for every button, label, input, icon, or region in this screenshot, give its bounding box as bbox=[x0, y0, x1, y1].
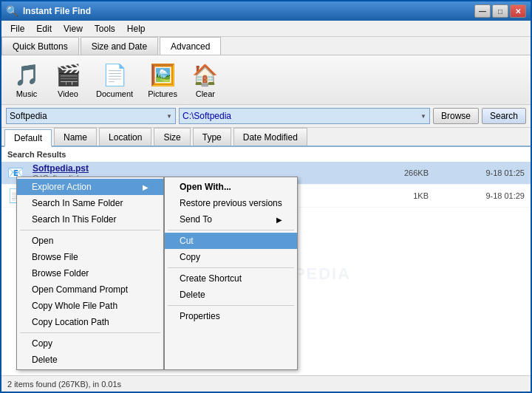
ctx-browse-file-label: Browse File bbox=[32, 252, 78, 262]
tab-quick-buttons[interactable]: Quick Buttons bbox=[1, 37, 79, 55]
status-bar: 2 items found (267KB), in 0.01s bbox=[1, 375, 531, 392]
menu-edit[interactable]: Edit bbox=[30, 21, 58, 37]
tab-type[interactable]: Type bbox=[193, 128, 231, 146]
pictures-icon: 🖼️ bbox=[149, 61, 176, 88]
window-title: Instant File Find bbox=[23, 6, 91, 16]
app-icon: 🔍 bbox=[6, 5, 18, 17]
toolbar-tabs: Quick Buttons Size and Date Advanced bbox=[1, 37, 531, 55]
browse-button[interactable]: Browse bbox=[433, 108, 479, 124]
search-combo-arrow: ▼ bbox=[166, 113, 172, 120]
clear-button[interactable]: 🏠 Clear bbox=[186, 58, 225, 101]
tab-default[interactable]: Default bbox=[4, 129, 52, 147]
pictures-button[interactable]: 🖼️ Pictures bbox=[142, 58, 183, 101]
ctx-copy-path[interactable]: Copy Whole File Path bbox=[17, 298, 163, 314]
video-icon: 🎬 bbox=[55, 61, 81, 88]
tab-date-modified[interactable]: Date Modified bbox=[233, 128, 307, 146]
ctx-sub-restore-label: Restore previous versions bbox=[180, 198, 282, 208]
ctx-sep-1 bbox=[20, 230, 160, 230]
document-button[interactable]: 📄 Document bbox=[90, 58, 139, 101]
ctx-open-cmd[interactable]: Open Command Prompt bbox=[17, 281, 163, 298]
minimize-button[interactable]: — bbox=[474, 4, 491, 18]
close-button[interactable]: ✕ bbox=[510, 4, 526, 18]
ctx-copy-label: Copy bbox=[32, 338, 52, 349]
ctx-sub-sep-3 bbox=[168, 305, 294, 306]
ctx-sub-shortcut[interactable]: Create Shortcut bbox=[165, 270, 297, 287]
ctx-sub-restore[interactable]: Restore previous versions bbox=[165, 195, 297, 211]
video-button[interactable]: 🎬 Video bbox=[49, 58, 87, 101]
ctx-search-same[interactable]: Search In Same Folder bbox=[17, 195, 163, 211]
ctx-explorer-action-label: Explorer Action bbox=[32, 182, 92, 192]
ctx-search-same-label: Search In Same Folder bbox=[32, 198, 123, 208]
ctx-delete[interactable]: Delete bbox=[17, 352, 163, 368]
ctx-search-this-label: Search In This Folder bbox=[32, 214, 117, 225]
document-label: Document bbox=[96, 89, 133, 98]
result-size-1: 266KB bbox=[355, 168, 429, 177]
ctx-open-label: Open bbox=[32, 236, 53, 246]
tab-advanced[interactable]: Advanced bbox=[160, 37, 221, 55]
ctx-sub-shortcut-label: Create Shortcut bbox=[180, 273, 242, 284]
ctx-open[interactable]: Open bbox=[17, 233, 163, 249]
path-combo[interactable]: C:\Softpedia ▼ bbox=[179, 108, 430, 124]
tab-size[interactable]: Size bbox=[154, 128, 190, 146]
menu-file[interactable]: File bbox=[4, 21, 30, 37]
result-name-1[interactable]: Softpedia.pst bbox=[33, 163, 355, 174]
ctx-sub-open-with-label: Open With... bbox=[180, 182, 231, 192]
ctx-sub-copy-label: Copy bbox=[180, 252, 200, 262]
icon-button-group: 🎵 Music 🎬 Video 📄 Document 🖼️ Pictures 🏠… bbox=[7, 58, 225, 101]
results-area: Search Results 📧 Softpedia.pst C:\Softpe… bbox=[1, 147, 531, 375]
title-controls: — □ ✕ bbox=[474, 4, 526, 18]
ctx-sub-cut[interactable]: Cut bbox=[165, 233, 297, 249]
main-window: 🔍 Instant File Find — □ ✕ File Edit View… bbox=[0, 0, 532, 393]
music-label: Music bbox=[16, 89, 38, 98]
ctx-sub-delete[interactable]: Delete bbox=[165, 287, 297, 303]
video-label: Video bbox=[58, 89, 78, 98]
ctx-explorer-arrow: ▶ bbox=[143, 183, 149, 191]
tab-size-date[interactable]: Size and Date bbox=[81, 37, 158, 55]
ctx-sub-sendto-label: Send To bbox=[180, 214, 212, 225]
path-combo-arrow: ▼ bbox=[420, 113, 426, 120]
menu-view[interactable]: View bbox=[58, 21, 89, 37]
search-bar: Softpedia ▼ C:\Softpedia ▼ Browse Search bbox=[1, 105, 531, 128]
music-icon: 🎵 bbox=[13, 61, 40, 88]
search-button[interactable]: Search bbox=[482, 108, 526, 124]
context-menu-sub: Open With... Restore previous versions S… bbox=[164, 177, 298, 370]
maximize-button[interactable]: □ bbox=[492, 4, 508, 18]
ctx-sub-cut-label: Cut bbox=[180, 236, 194, 246]
ctx-sub-sendto[interactable]: Send To ▶ bbox=[165, 211, 297, 228]
menu-help[interactable]: Help bbox=[121, 21, 151, 37]
title-bar-left: 🔍 Instant File Find bbox=[6, 5, 91, 17]
title-bar: 🔍 Instant File Find — □ ✕ bbox=[1, 1, 531, 21]
ctx-browse-file[interactable]: Browse File bbox=[17, 249, 163, 265]
ctx-sep-2 bbox=[20, 332, 160, 333]
ctx-sub-sendto-arrow: ▶ bbox=[276, 216, 282, 224]
result-date-1: 9-18 01:25 bbox=[429, 168, 525, 177]
tab-name[interactable]: Name bbox=[54, 128, 97, 146]
ctx-sub-copy[interactable]: Copy bbox=[165, 249, 297, 265]
path-value: C:\Softpedia bbox=[183, 111, 231, 121]
ctx-browse-folder-label: Browse Folder bbox=[32, 268, 89, 278]
search-query: Softpedia bbox=[10, 111, 47, 121]
clear-label: Clear bbox=[196, 89, 215, 98]
ctx-sub-sep-2 bbox=[168, 267, 294, 268]
ctx-sub-properties[interactable]: Properties bbox=[165, 308, 297, 324]
document-icon: 📄 bbox=[101, 61, 128, 88]
ctx-copy-path-label: Copy Whole File Path bbox=[32, 301, 117, 311]
ctx-explorer-action[interactable]: Explorer Action ▶ bbox=[17, 179, 163, 195]
search-tabs-row: Default Name Location Size Type Date Mod… bbox=[1, 128, 531, 147]
ctx-sub-delete-label: Delete bbox=[180, 290, 205, 300]
ctx-copy-loc-label: Copy Location Path bbox=[32, 317, 109, 327]
clear-icon: 🏠 bbox=[192, 61, 219, 88]
ctx-sub-properties-label: Properties bbox=[180, 311, 220, 321]
menu-tools[interactable]: Tools bbox=[89, 21, 121, 37]
results-header: Search Results bbox=[1, 147, 531, 162]
ctx-copy-loc[interactable]: Copy Location Path bbox=[17, 314, 163, 330]
ctx-sub-open-with[interactable]: Open With... bbox=[165, 179, 297, 195]
ctx-search-this[interactable]: Search In This Folder bbox=[17, 211, 163, 228]
menu-bar: File Edit View Tools Help bbox=[1, 21, 531, 37]
ctx-sub-sep-1 bbox=[168, 230, 294, 230]
search-combo[interactable]: Softpedia ▼ bbox=[6, 108, 176, 124]
ctx-copy[interactable]: Copy bbox=[17, 335, 163, 352]
ctx-browse-folder[interactable]: Browse Folder bbox=[17, 265, 163, 281]
tab-location[interactable]: Location bbox=[99, 128, 151, 146]
music-button[interactable]: 🎵 Music bbox=[7, 58, 46, 101]
